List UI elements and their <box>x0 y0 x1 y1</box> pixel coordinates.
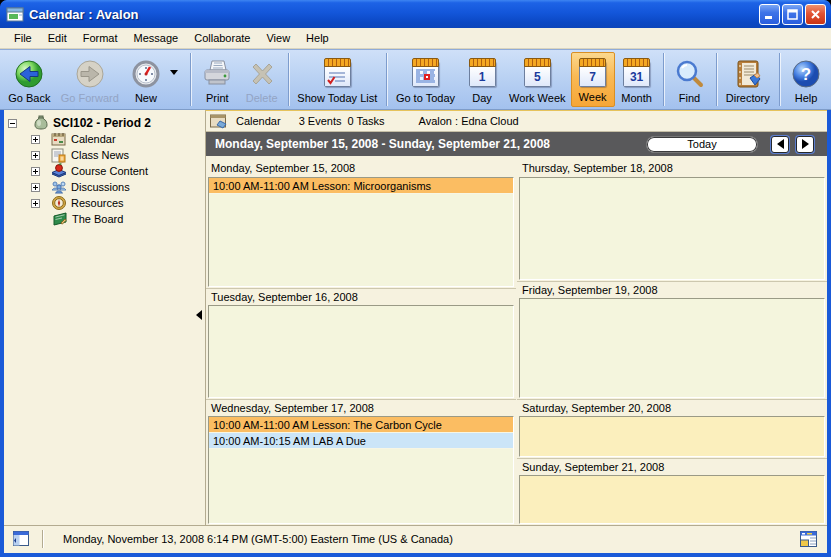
sidebar-item-label: The Board <box>72 213 123 225</box>
collapse-sidebar-icon[interactable] <box>196 310 202 320</box>
app-calendar-icon[interactable] <box>6 6 24 22</box>
split-view-icon[interactable] <box>13 531 30 547</box>
week-range-text: Monday, September 15, 2008 - Sunday, Sep… <box>215 137 550 151</box>
sidebar-tree: SCI102 - Period 2 Calendar <box>4 110 194 525</box>
minus-box-icon[interactable] <box>8 119 17 128</box>
today-button[interactable]: Today <box>646 136 758 153</box>
delete-button: Delete <box>240 52 284 107</box>
sidebar-item-discussions[interactable]: Discussions <box>4 179 194 195</box>
day-view-button[interactable]: 1 Day <box>460 52 504 107</box>
day-cell-tuesday[interactable] <box>208 305 514 398</box>
day-cell-monday[interactable]: 10:00 AM-11:00 AM Lesson: Microorganisms <box>208 177 514 287</box>
sidebar-item-root[interactable]: SCI102 - Period 2 <box>4 115 194 131</box>
calendar-pane-header: Calendar 3 Events 0 Tasks Avalon : Edna … <box>206 111 827 132</box>
sidebar-root-label: SCI102 - Period 2 <box>53 116 151 130</box>
month-calendar-icon: 31 <box>623 56 650 92</box>
toolbar: Go Back Go Forward New <box>0 49 831 110</box>
new-button[interactable]: New <box>124 52 168 107</box>
plus-box-icon[interactable] <box>31 167 40 176</box>
calendar-event[interactable]: 10:00 AM-11:00 AM Lesson: Microorganisms <box>209 178 513 194</box>
directory-icon <box>732 56 764 92</box>
previous-week-button[interactable] <box>771 136 789 153</box>
sidebar-item-resources[interactable]: Resources <box>4 195 194 211</box>
class-news-icon <box>51 147 67 163</box>
sidebar-item-label: Class News <box>71 149 129 161</box>
minimize-icon[interactable] <box>759 4 780 25</box>
menu-collaborate[interactable]: Collaborate <box>186 29 258 47</box>
left-arrow-icon <box>777 139 784 149</box>
menu-message[interactable]: Message <box>126 29 187 47</box>
menubar: File Edit Format Message Collaborate Vie… <box>0 28 831 49</box>
account-name: Avalon : Edna Cloud <box>419 115 519 127</box>
day-wednesday: Wednesday, September 17, 2008 10:00 AM-1… <box>206 399 516 525</box>
application-window: Calendar : Avalon File Edit Format Messa… <box>0 0 831 557</box>
find-button[interactable]: Find <box>668 52 712 107</box>
go-to-today-label: Go to Today <box>396 92 455 104</box>
menu-view[interactable]: View <box>258 29 298 47</box>
plus-box-icon[interactable] <box>31 199 40 208</box>
day-cell-sunday[interactable] <box>519 475 825 524</box>
day-cell-wednesday[interactable]: 10:00 AM-11:00 AM Lesson: The Carbon Cyc… <box>208 416 514 524</box>
sidebar-item-label: Discussions <box>71 181 130 193</box>
menu-format[interactable]: Format <box>75 29 126 47</box>
sidebar-item-label: Calendar <box>71 133 116 145</box>
week-view-button[interactable]: 7 Week <box>571 52 615 107</box>
work-week-view-button[interactable]: 5 Work Week <box>504 52 571 107</box>
week-range-banner: Monday, September 15, 2008 - Sunday, Sep… <box>206 132 827 156</box>
day-cell-friday[interactable] <box>519 298 825 398</box>
month-view-button[interactable]: 31 Month <box>615 52 659 107</box>
new-dropdown-arrow[interactable] <box>170 70 178 75</box>
sidebar-item-class-news[interactable]: Class News <box>4 147 194 163</box>
plus-box-icon[interactable] <box>31 135 40 144</box>
go-forward-button: Go Forward <box>56 52 124 107</box>
work-week-view-label: Work Week <box>509 92 565 104</box>
delete-icon <box>246 56 278 92</box>
menu-file[interactable]: File <box>6 29 40 47</box>
tasks-count: 0 Tasks <box>347 115 384 127</box>
week-grid: Monday, September 15, 2008 10:00 AM-11:0… <box>206 156 827 525</box>
go-to-today-button[interactable]: Go to Today <box>391 52 460 107</box>
find-label: Find <box>679 92 700 104</box>
menu-edit[interactable]: Edit <box>40 29 75 47</box>
go-back-button[interactable]: Go Back <box>3 52 56 107</box>
day-friday: Friday, September 19, 2008 <box>517 281 827 399</box>
maximize-icon[interactable] <box>782 4 803 25</box>
today-list-icon <box>324 56 351 92</box>
toolbar-separator <box>779 53 780 106</box>
sidebar-splitter[interactable] <box>194 110 205 525</box>
resources-icon <box>51 195 67 211</box>
delete-label: Delete <box>246 92 278 104</box>
calendar-event[interactable]: 10:00 AM-10:15 AM LAB A Due <box>209 433 513 449</box>
menu-help[interactable]: Help <box>298 29 337 47</box>
day-calendar-icon: 1 <box>469 56 496 92</box>
new-label: New <box>135 92 157 104</box>
calendar-event[interactable]: 10:00 AM-11:00 AM Lesson: The Carbon Cyc… <box>209 417 513 433</box>
plus-box-icon[interactable] <box>31 151 40 160</box>
next-week-button[interactable] <box>796 136 814 153</box>
print-button[interactable]: Print <box>195 52 240 107</box>
sidebar-item-course-content[interactable]: Course Content <box>4 163 194 179</box>
flask-icon <box>33 115 49 131</box>
discussions-icon <box>51 179 67 195</box>
sidebar-item-the-board[interactable]: The Board <box>4 211 194 227</box>
course-content-icon <box>51 163 67 179</box>
panel-layout-icon[interactable] <box>800 531 818 548</box>
show-today-list-label: Show Today List <box>297 92 377 104</box>
statusbar-datetime: Monday, November 13, 2008 6:14 PM (GMT-5… <box>63 533 453 545</box>
day-header: Saturday, September 20, 2008 <box>517 399 827 416</box>
day-cell-saturday[interactable] <box>519 416 825 457</box>
plus-box-icon[interactable] <box>31 183 40 192</box>
day-sunday: Sunday, September 21, 2008 <box>517 458 827 525</box>
toolbar-separator <box>190 53 191 106</box>
day-cell-thursday[interactable] <box>519 177 825 280</box>
toolbar-separator <box>386 53 387 106</box>
help-button[interactable]: ? Help <box>784 52 828 107</box>
day-header: Tuesday, September 16, 2008 <box>206 288 516 305</box>
show-today-list-button[interactable]: Show Today List <box>293 52 382 107</box>
print-icon <box>200 56 234 92</box>
find-icon <box>674 56 706 92</box>
close-icon[interactable] <box>805 4 826 25</box>
directory-button[interactable]: Directory <box>721 52 776 107</box>
sidebar-item-label: Course Content <box>71 165 148 177</box>
sidebar-item-calendar[interactable]: Calendar <box>4 131 194 147</box>
